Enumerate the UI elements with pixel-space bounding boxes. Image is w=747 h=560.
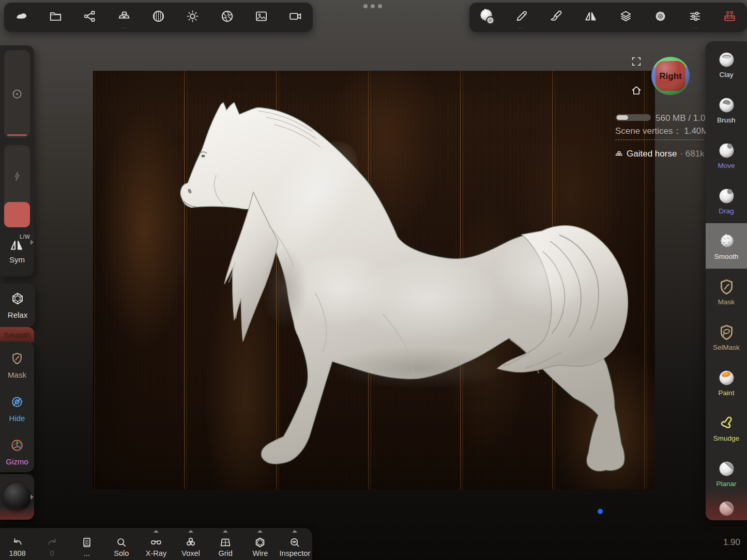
top-toolbar-right: ······ xyxy=(469,3,747,32)
bottom-button-grid[interactable]: Grid xyxy=(208,528,243,560)
tool-label: Clay xyxy=(719,71,733,79)
toolbar-button-toolbox[interactable] xyxy=(716,5,742,30)
left-tool-label: Mask xyxy=(8,370,26,379)
bottom-button-voxel[interactable]: Voxel xyxy=(174,528,208,560)
scene-vertices-label: Scene vertices： xyxy=(615,126,682,136)
chevron-right-icon[interactable] xyxy=(31,240,34,245)
magnifier-icon xyxy=(115,536,128,549)
memory-gauge xyxy=(616,114,651,121)
memory-gauge-fill xyxy=(617,115,628,120)
left-tool-label: Hide xyxy=(9,414,25,423)
scene-object-row[interactable]: Gaited horse · 681k xyxy=(615,149,705,159)
bottom-button-notebook[interactable]: ... xyxy=(69,528,104,560)
caret-up-icon xyxy=(223,530,228,533)
intensity-slider[interactable] xyxy=(4,145,30,227)
toolbar-button-settings-gear[interactable] xyxy=(647,5,673,30)
relax-label: Relax xyxy=(8,310,27,319)
toolbar-button-lighting-sun[interactable] xyxy=(180,5,206,30)
zoom-level: 1.90 xyxy=(713,537,740,548)
hex-wireframe-icon xyxy=(254,536,266,549)
horse-model[interactable] xyxy=(93,71,655,489)
object-name: Gaited horse xyxy=(627,149,677,159)
left-tool-label: Gizmo xyxy=(6,457,28,466)
bottom-button-inspector[interactable]: Inspector xyxy=(278,528,312,560)
topology-ingots-icon xyxy=(117,9,131,25)
bottom-button-label: Solo xyxy=(114,550,129,557)
toolbar-button-files-folder[interactable] xyxy=(42,5,68,30)
left-tool-gizmo[interactable]: Gizmo xyxy=(0,431,34,473)
toolbar-button-camera-video[interactable] xyxy=(283,5,309,30)
symmetry-icon xyxy=(9,238,24,253)
material-paintbrush-icon xyxy=(549,9,563,25)
left-tool-hide[interactable]: Hide xyxy=(0,388,34,429)
sphere-clay-icon xyxy=(717,50,736,69)
ghost-smooth-panel[interactable]: Smooth xyxy=(0,327,34,343)
gizmo-face-label: Right xyxy=(659,71,682,81)
left-tool-mask[interactable]: Mask xyxy=(0,345,34,386)
chevron-right-icon[interactable] xyxy=(31,494,34,500)
mesh-sphere-icon xyxy=(151,9,165,25)
dotted-hide-icon xyxy=(10,395,24,411)
relax-icon xyxy=(10,291,25,308)
stroke-pencil-icon xyxy=(514,9,528,25)
tool-label: Brush xyxy=(717,117,735,124)
toolbar-button-topology-ingots[interactable]: ··· xyxy=(111,5,137,30)
toolbar-button-material-paintbrush[interactable] xyxy=(543,5,569,30)
bottom-button-label: Grid xyxy=(219,550,233,557)
tool-partial-next[interactable] xyxy=(706,496,747,520)
toolbar-button-stroke-pencil[interactable]: ··· xyxy=(509,5,535,30)
radius-slider[interactable] xyxy=(4,50,30,138)
symmetry-button[interactable]: L/W Sym xyxy=(0,235,34,274)
toolbar-button-tweak-sliders[interactable]: ··· xyxy=(682,5,708,30)
layers-stack-icon xyxy=(619,9,633,25)
bottom-button-0[interactable]: 0 xyxy=(35,528,69,560)
tool-planar[interactable]: Planar xyxy=(706,450,747,496)
tool-smudge[interactable]: Smudge xyxy=(706,405,747,450)
home-view-icon[interactable] xyxy=(630,84,643,97)
scene-vertices: Scene vertices： 1.40M xyxy=(615,125,708,137)
tool-drag[interactable]: Drag xyxy=(706,178,747,223)
tool-brush[interactable]: Brush xyxy=(706,87,747,132)
right-tool-panel: ClayBrushMoveDragSmoothMaskSelMaskPaintS… xyxy=(706,41,747,520)
caret-up-icon xyxy=(188,530,193,533)
panel-page-dot[interactable] xyxy=(598,509,603,514)
relax-button[interactable]: Relax xyxy=(0,284,35,327)
toolbar-button-mesh-sphere[interactable] xyxy=(145,5,171,30)
orientation-gizmo[interactable]: Right xyxy=(651,56,690,96)
left-tools-card: MaskHideGizmo xyxy=(0,341,34,472)
fullscreen-expand-icon[interactable] xyxy=(631,56,642,67)
toolbar-button-app-logo[interactable] xyxy=(8,5,34,30)
background-image-icon xyxy=(254,9,268,25)
toolbar-button-layers-stack[interactable] xyxy=(613,5,638,30)
material-card[interactable] xyxy=(0,474,34,520)
tool-smooth[interactable]: Smooth xyxy=(706,223,747,269)
intensity-slider-fill xyxy=(4,202,30,227)
toolbar-button-postprocess-aperture[interactable] xyxy=(214,5,240,30)
files-folder-icon xyxy=(49,9,63,25)
bottom-button-wire[interactable]: Wire xyxy=(243,528,278,560)
undo-icon xyxy=(11,536,24,549)
home-indicator-dots[interactable] xyxy=(363,4,382,8)
toolbar-button-active-tool-smooth[interactable] xyxy=(474,5,500,30)
toolbar-button-scene-graph[interactable] xyxy=(77,5,103,30)
circle-dot-icon xyxy=(10,87,24,101)
bottom-button-solo[interactable]: Solo xyxy=(104,528,139,560)
tool-clay[interactable]: Clay xyxy=(706,41,747,87)
tweak-sliders-icon xyxy=(688,9,702,25)
ingots-icon xyxy=(615,150,623,159)
tool-selmask[interactable]: SelMask xyxy=(706,314,747,360)
viewport-canvas[interactable] xyxy=(93,71,655,489)
toolbar-button-symmetry-mirror[interactable] xyxy=(578,5,604,30)
app-screen: ··· ······ xyxy=(0,0,747,560)
scene-graph-icon xyxy=(83,9,97,25)
shield-lasso-icon xyxy=(717,323,736,342)
bottom-button-1808[interactable]: 1808 xyxy=(0,528,35,560)
tool-mask[interactable]: Mask xyxy=(706,269,747,314)
lighting-sun-icon xyxy=(186,9,200,25)
tool-move[interactable]: Move xyxy=(706,132,747,178)
bottom-button-x-ray[interactable]: X-Ray xyxy=(139,528,173,560)
toolbar-button-background-image[interactable] xyxy=(248,5,274,30)
tool-paint[interactable]: Paint xyxy=(706,360,747,405)
gizmo-orbit-icon xyxy=(10,438,24,455)
sphere-partial-icon xyxy=(717,499,736,518)
